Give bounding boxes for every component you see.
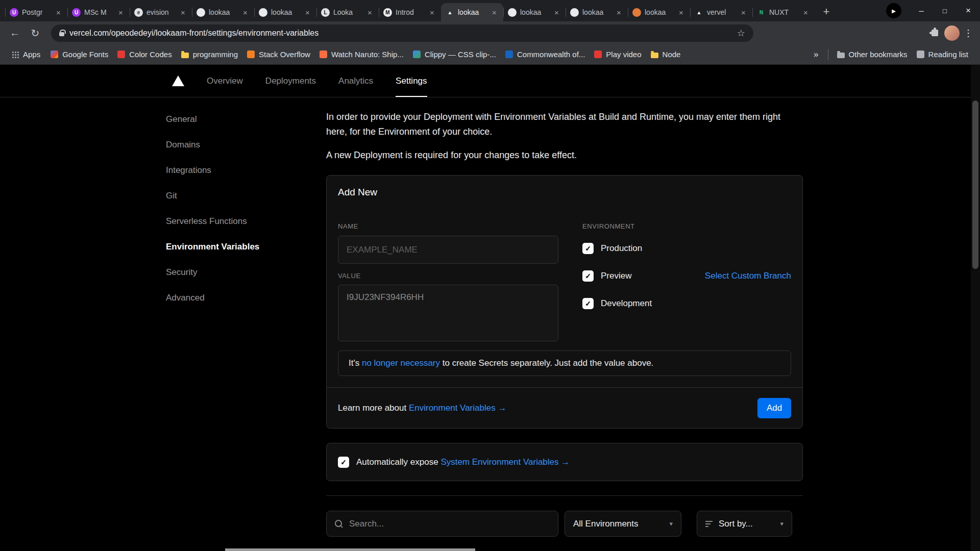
taskbar-hint: [225, 548, 475, 551]
environments-dropdown[interactable]: All Environments ▾: [565, 511, 681, 537]
bookmark-apps[interactable]: Apps: [7, 47, 45, 61]
environments-dropdown-value: All Environments: [573, 519, 639, 529]
sidebar-item[interactable]: Domains: [166, 132, 288, 158]
extension-blue-icon[interactable]: [828, 27, 841, 40]
browser-tab[interactable]: N NUXT ×: [752, 3, 815, 21]
bookmark-star-icon[interactable]: ☆: [737, 28, 745, 39]
refresh-button[interactable]: ↻: [27, 24, 44, 42]
tab-title: lookaa: [458, 8, 486, 16]
tab-close-icon[interactable]: ×: [428, 8, 436, 17]
extensions-puzzle-icon[interactable]: [932, 30, 938, 36]
nav-link-label: Deployments: [265, 76, 316, 86]
tab-close-icon[interactable]: ×: [54, 8, 63, 17]
browser-tab[interactable]: lookaa ×: [503, 3, 566, 21]
nav-link[interactable]: Deployments: [265, 65, 316, 97]
bookmarks-overflow-icon[interactable]: »: [808, 49, 823, 60]
add-button[interactable]: Add: [757, 398, 791, 418]
browser-tab[interactable]: lookaa ×: [628, 3, 690, 21]
tab-close-icon[interactable]: ×: [677, 8, 685, 17]
new-tab-button[interactable]: +: [819, 4, 834, 19]
media-control-button[interactable]: ▶: [886, 3, 901, 18]
sidebar-item[interactable]: Serverless Functions: [166, 209, 288, 234]
env-value-textarea[interactable]: [338, 285, 558, 341]
bookmark-item[interactable]: Play video: [590, 47, 646, 61]
browser-menu-icon[interactable]: ⋮: [963, 28, 974, 39]
extension-metamask-icon[interactable]: [878, 27, 892, 40]
nav-link[interactable]: Overview: [207, 65, 243, 97]
profile-avatar[interactable]: [944, 26, 960, 41]
other-bookmarks-button[interactable]: Other bookmarks: [832, 47, 912, 61]
tab-close-icon[interactable]: ×: [739, 8, 748, 17]
bookmark-item[interactable]: Color Codes: [113, 47, 176, 61]
window-maximize-button[interactable]: □: [933, 0, 957, 21]
reading-list-button[interactable]: Reading list: [912, 47, 973, 61]
browser-tab[interactable]: ▲ vervel ×: [690, 3, 752, 21]
vercel-logo[interactable]: [172, 65, 184, 97]
browser-tab[interactable]: ▲ lookaa ×: [441, 3, 503, 21]
environment-checkbox[interactable]: ✓: [582, 298, 594, 309]
tab-close-icon[interactable]: ×: [365, 8, 374, 17]
environment-checkbox[interactable]: ✓: [582, 243, 594, 254]
nav-link[interactable]: Analytics: [338, 65, 373, 97]
sort-dropdown[interactable]: Sort by... ▾: [697, 511, 792, 537]
nav-link[interactable]: Settings: [396, 65, 427, 97]
address-bar[interactable]: vercel.com/opeodedeyi/lookaam-front/sett…: [51, 24, 753, 42]
bookmark-item[interactable]: Node: [646, 47, 685, 61]
bookmark-item[interactable]: Stack Overflow: [242, 47, 315, 61]
browser-tab[interactable]: lookaa ×: [566, 3, 628, 21]
back-button[interactable]: ←: [6, 24, 23, 42]
extension-green-icon[interactable]: [895, 27, 909, 40]
tab-close-icon[interactable]: ×: [179, 8, 187, 17]
environment-option-label: Development: [601, 298, 652, 309]
sidebar-item[interactable]: Advanced: [166, 285, 288, 311]
tab-title: lookaa: [209, 8, 237, 16]
bookmark-item[interactable]: Commonwealth of...: [501, 47, 590, 61]
window-minimize-button[interactable]: ─: [910, 0, 933, 21]
environment-checkbox[interactable]: ✓: [582, 270, 594, 282]
page-scrollbar[interactable]: [971, 65, 980, 551]
browser-tab[interactable]: M Introd ×: [379, 3, 441, 21]
system-env-checkbox[interactable]: ✓: [338, 457, 349, 468]
tab-close-icon[interactable]: ×: [801, 8, 810, 17]
sidebar-item[interactable]: Integrations: [166, 158, 288, 183]
extension-grammarly-icon[interactable]: [811, 27, 824, 40]
sidebar-item[interactable]: General: [166, 107, 288, 132]
no-longer-necessary-link[interactable]: no longer necessary: [362, 358, 440, 368]
tab-favicon-icon: U: [10, 8, 18, 17]
bookmark-item[interactable]: Clippy — CSS clip-...: [408, 47, 501, 61]
tab-close-icon[interactable]: ×: [552, 8, 561, 17]
tab-close-icon[interactable]: ×: [615, 8, 623, 17]
tab-close-icon[interactable]: ×: [303, 8, 312, 17]
search-input[interactable]: [349, 519, 550, 529]
browser-tab[interactable]: U MSc M ×: [67, 3, 130, 21]
browser-tab[interactable]: lookaa ×: [192, 3, 254, 21]
browser-tab[interactable]: lookaa ×: [254, 3, 316, 21]
bookmark-item[interactable]: Google Fonts: [46, 47, 113, 61]
extension-v-icon[interactable]: [845, 27, 858, 40]
env-name-input[interactable]: [338, 236, 558, 264]
sidebar-item[interactable]: Git: [166, 183, 288, 209]
sidebar-item[interactable]: Environment Variables: [166, 234, 288, 260]
tab-close-icon[interactable]: ×: [116, 8, 125, 17]
bookmark-item[interactable]: Watch Naruto: Ship...: [315, 47, 408, 61]
window-close-button[interactable]: ×: [957, 0, 980, 21]
bookmark-item[interactable]: programming: [177, 47, 242, 61]
environment-variables-link[interactable]: Environment Variables →: [409, 403, 507, 413]
browser-tab[interactable]: U Postgr ×: [5, 3, 67, 21]
scrollbar-thumb[interactable]: [972, 101, 978, 269]
browser-tab[interactable]: L Looka ×: [316, 3, 379, 21]
extension-translate-icon[interactable]: [761, 27, 774, 40]
extension-cb-icon[interactable]: [794, 27, 807, 40]
tab-close-icon[interactable]: ×: [490, 8, 499, 17]
extension-row: [761, 27, 925, 40]
tab-close-icon[interactable]: ×: [241, 8, 250, 17]
extension-counter-badge[interactable]: [777, 27, 791, 40]
search-icon: [335, 520, 343, 528]
system-env-variables-link[interactable]: System Environment Variables →: [440, 457, 570, 467]
extension-red-icon[interactable]: [912, 27, 925, 40]
select-custom-branch-link[interactable]: Select Custom Branch: [705, 271, 791, 281]
search-box[interactable]: [326, 511, 558, 537]
extension-pink-badge[interactable]: [862, 27, 875, 40]
sidebar-item[interactable]: Security: [166, 260, 288, 285]
browser-tab[interactable]: e evision ×: [130, 3, 192, 21]
